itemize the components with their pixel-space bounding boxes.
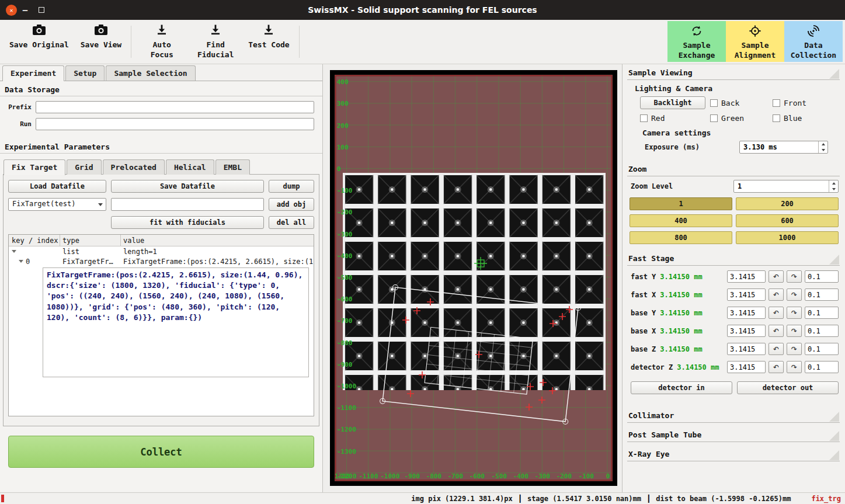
base-y-label: base Y <box>631 309 656 317</box>
section-x-ray-eye[interactable]: X-Ray Eye <box>627 448 840 461</box>
spin-down-icon[interactable] <box>819 147 827 153</box>
experimental-parameters-header: Experimental Parameters <box>0 138 322 154</box>
tree-row[interactable]: list length=1 <box>9 246 314 256</box>
nudge-plus-icon[interactable]: ↷ <box>787 270 802 283</box>
exposure-spinbox[interactable] <box>739 141 828 154</box>
find-fiducial-button[interactable]: Find Fiducial <box>189 20 242 64</box>
load-datafile-button[interactable]: Load Datafile <box>8 180 106 193</box>
nudge-plus-icon[interactable]: ↷ <box>787 361 802 373</box>
detector-in-button[interactable]: detector in <box>631 381 732 394</box>
nudge-minus-icon[interactable]: ↶ <box>769 307 784 319</box>
spin-up-icon[interactable] <box>819 141 827 147</box>
close-button[interactable]: ✕ <box>6 5 17 16</box>
nudge-plus-icon[interactable]: ↷ <box>787 307 802 319</box>
zoom-preset-1000[interactable]: 1000 <box>736 231 839 244</box>
tree-row[interactable]: 0 FixTargetFr… FixTargetFrame:(pos:(2.42… <box>9 256 314 266</box>
checkbox-front[interactable]: Front <box>773 99 840 107</box>
nudge-minus-icon[interactable]: ↶ <box>769 270 784 283</box>
x-ray-eye-title: X-Ray Eye <box>628 450 669 458</box>
tab-helical[interactable]: Helical <box>166 159 214 175</box>
zoom-preset-600[interactable]: 600 <box>736 214 839 227</box>
zoom-preset-1[interactable]: 1 <box>630 197 732 210</box>
nudge-plus-icon[interactable]: ↷ <box>787 343 802 355</box>
spinner-buttons[interactable] <box>818 141 827 153</box>
tab-embl[interactable]: EMBL <box>215 159 250 175</box>
spin-down-icon[interactable] <box>829 186 838 192</box>
nudge-plus-icon[interactable]: ↷ <box>787 289 802 301</box>
tab-grid[interactable]: Grid <box>67 159 101 175</box>
detector-z-input[interactable] <box>727 361 766 373</box>
prefix-input[interactable] <box>36 101 314 113</box>
auto-focus-button[interactable]: Auto Focus <box>135 20 189 64</box>
section-post-sample-tube[interactable]: Post Sample Tube <box>627 429 840 442</box>
fast-x-input[interactable] <box>727 289 766 301</box>
run-input[interactable] <box>36 118 314 130</box>
tab-sample-selection[interactable]: Sample Selection <box>106 65 195 81</box>
section-collimator[interactable]: Collimator <box>627 409 840 423</box>
object-name-input[interactable] <box>111 198 264 211</box>
spinner-buttons[interactable] <box>829 180 838 192</box>
save-datafile-button[interactable]: Save Datafile <box>111 180 264 193</box>
nudge-minus-icon[interactable]: ↶ <box>769 361 784 373</box>
checkbox-green[interactable]: Green <box>710 114 773 123</box>
base-z-input[interactable] <box>727 343 766 355</box>
col-key-index[interactable]: key / index <box>9 235 60 246</box>
test-code-button[interactable]: Test Code <box>242 20 295 64</box>
tab-fix-target[interactable]: Fix Target <box>4 159 65 175</box>
checkbox-icon[interactable] <box>640 114 648 122</box>
zoom-preset-400[interactable]: 400 <box>630 214 732 227</box>
expander-icon[interactable] <box>12 250 16 253</box>
col-value[interactable]: value <box>121 235 314 246</box>
tab-experiment[interactable]: Experiment <box>2 65 64 81</box>
expander-icon[interactable] <box>19 260 23 263</box>
fast-y-input[interactable] <box>727 270 766 283</box>
fast-y-step-input[interactable] <box>805 270 839 283</box>
add-obj-button[interactable]: add obj <box>269 198 314 211</box>
nudge-minus-icon[interactable]: ↶ <box>769 325 784 337</box>
tab-prelocated[interactable]: Prelocated <box>103 159 165 175</box>
base-y-step-input[interactable] <box>805 307 839 319</box>
checkbox-red[interactable]: Red <box>640 114 710 123</box>
base-x-step-input[interactable] <box>805 325 839 337</box>
save-view-button[interactable]: Save View <box>75 20 127 64</box>
col-type[interactable]: type <box>60 235 121 246</box>
save-original-button[interactable]: Save Original <box>4 20 75 64</box>
fast-x-step-input[interactable] <box>805 289 839 301</box>
section-fast-stage[interactable]: Fast Stage <box>627 252 840 266</box>
checkbox-back[interactable]: Back <box>710 99 773 107</box>
del-all-button[interactable]: del all <box>269 216 314 229</box>
target-type-select[interactable]: FixTarget(test) <box>8 198 106 211</box>
checkbox-icon[interactable] <box>773 114 780 122</box>
sample-alignment-button[interactable]: Sample Alignment <box>726 21 784 62</box>
exposure-input[interactable] <box>740 141 827 153</box>
section-zoom[interactable]: Zoom <box>627 163 840 176</box>
backlight-button[interactable]: Backlight <box>640 96 705 109</box>
camera-view[interactable]: 400 300 200 100 0 -100 -200 -300 -400 -5… <box>335 75 613 481</box>
sample-exchange-button[interactable]: Sample Exchange <box>667 21 726 62</box>
nudge-minus-icon[interactable]: ↶ <box>769 343 784 355</box>
collect-button[interactable]: Collect <box>8 436 314 468</box>
nudge-minus-icon[interactable]: ↶ <box>769 289 784 301</box>
dump-button[interactable]: dump <box>269 180 314 193</box>
minimize-button[interactable]: – <box>17 0 33 20</box>
tab-setup[interactable]: Setup <box>65 65 105 81</box>
checkbox-icon[interactable] <box>773 99 780 107</box>
base-y-input[interactable] <box>727 307 766 319</box>
detector-z-step-input[interactable] <box>805 361 839 373</box>
checkbox-icon[interactable] <box>710 114 718 122</box>
checkbox-blue[interactable]: Blue <box>773 114 840 123</box>
base-z-step-input[interactable] <box>805 343 839 355</box>
fit-with-fiducials-button[interactable]: fit with fiducials <box>111 216 264 229</box>
detector-out-button[interactable]: detector out <box>737 381 839 394</box>
spin-up-icon[interactable] <box>829 180 838 186</box>
zoom-preset-800[interactable]: 800 <box>630 231 732 244</box>
zoom-level-spinbox[interactable] <box>733 180 839 193</box>
zoom-preset-200[interactable]: 200 <box>736 197 839 210</box>
nudge-plus-icon[interactable]: ↷ <box>787 325 802 337</box>
data-collection-button[interactable]: Data Collection <box>784 21 843 62</box>
checkbox-icon[interactable] <box>710 99 718 107</box>
maximize-button[interactable] <box>33 0 50 20</box>
base-x-input[interactable] <box>727 325 766 337</box>
zoom-level-input[interactable] <box>734 180 838 192</box>
section-sample-viewing[interactable]: Sample Viewing <box>627 67 840 80</box>
